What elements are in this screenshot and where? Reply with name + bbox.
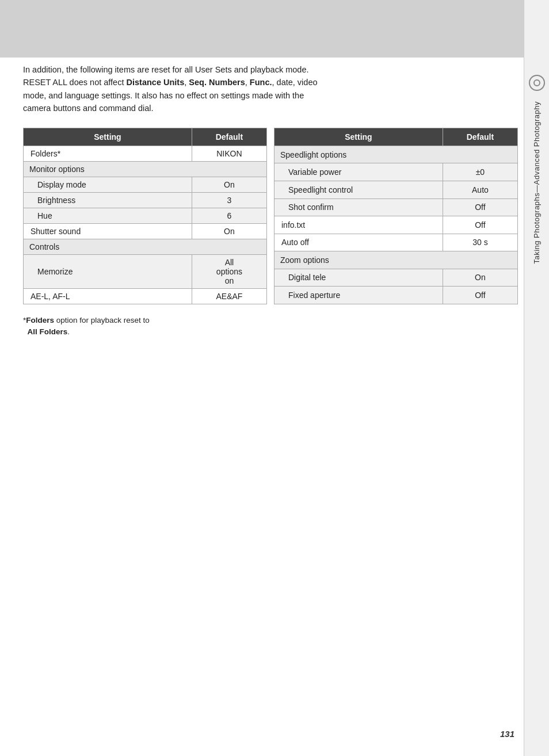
right-header-default: Default [443,128,517,146]
table-row: Speedlight options [274,146,518,163]
setting-speedlight-control: Speedlight control [274,181,443,198]
footnote: *Folders option for playback reset to Al… [23,315,518,338]
setting-shot-confirm: Shot confirm [274,198,443,216]
table-row: Auto off 30 s [274,234,518,251]
setting-fixed-aperture: Fixed aperture [274,287,443,304]
right-settings-table: Setting Default Speedlight options Varia… [274,128,518,304]
intro-bold3: Func. [250,78,272,87]
default-ae-af: AE&AF [192,288,266,304]
footnote-period: . [67,327,70,336]
category-zoom: Zoom options [274,251,518,269]
default-infotxt: Off [443,216,517,234]
table-row: Shutter sound On [24,223,267,239]
default-display-mode: On [192,177,266,192]
default-folders: NIKON [192,146,266,161]
default-speedlight-control: Auto [443,181,517,198]
default-shot-confirm: Off [443,198,517,216]
default-auto-off: 30 s [443,234,517,251]
default-fixed-aperture: Off [443,287,517,304]
setting-display-mode: Display mode [24,177,192,192]
table-row: info.txt Off [274,216,518,234]
category-controls: Controls [24,239,267,254]
table-row: Zoom options [274,251,518,269]
table-row: Memorize Alloptionson [24,254,267,288]
setting-ae-af: AE-L, AF-L [24,288,192,304]
intro-paragraph: In addition, the following items are res… [23,63,518,115]
category-speedlight: Speedlight options [274,146,518,163]
setting-variable-power: Variable power [274,163,443,181]
intro-text1: In addition, the following items are res… [23,65,308,74]
main-content: In addition, the following items are res… [23,63,518,338]
table-row: Hue 6 [24,208,267,223]
tables-container: Setting Default Folders* NIKON Monitor o… [23,128,518,304]
setting-infotxt: info.txt [274,216,443,234]
table-row: Brightness 3 [24,192,267,208]
intro-bold1: Distance Units [127,78,185,87]
intro-bold2: Seq. Numbers [189,78,245,87]
table-row: Variable power ±0 [274,163,518,181]
table-row: Monitor options [24,161,267,177]
intro-text4: mode, and language settings. It also has… [23,91,304,100]
default-hue: 6 [192,208,266,223]
intro-text5: camera buttons and command dial. [23,104,154,113]
default-brightness: 3 [192,192,266,208]
table-row: Folders* NIKON [24,146,267,161]
intro-comma2: , [245,78,250,87]
setting-hue: Hue [24,208,192,223]
table-row: Display mode On [24,177,267,192]
footnote-bold1: Folders [26,316,54,324]
category-monitor: Monitor options [24,161,267,177]
footnote-bold2: All Folders [28,327,68,336]
table-row: Shot confirm Off [274,198,518,216]
default-variable-power: ±0 [443,163,517,181]
left-settings-table: Setting Default Folders* NIKON Monitor o… [23,128,267,304]
sidebar-circle-icon [529,75,545,91]
table-row: Fixed aperture Off [274,287,518,304]
table-row: Speedlight control Auto [274,181,518,198]
setting-shutter-sound: Shutter sound [24,223,192,239]
default-shutter-sound: On [192,223,266,239]
setting-memorize: Memorize [24,254,192,288]
page-number: 131 [500,729,514,739]
setting-brightness: Brightness [24,192,192,208]
table-row: Digital tele On [274,269,518,287]
default-digital-tele: On [443,269,517,287]
top-bar [0,0,524,58]
setting-auto-off: Auto off [274,234,443,251]
right-sidebar: Taking Photographs—Advanced Photography [524,0,549,756]
sidebar-label: Taking Photographs—Advanced Photography [532,101,541,264]
intro-text3: , date, video [272,78,318,87]
default-memorize: Alloptionson [192,254,266,288]
table-row: Controls [24,239,267,254]
left-header-default: Default [192,128,266,146]
intro-text2: RESET ALL does not affect [23,78,127,87]
footnote-text1: option for playback reset to [54,316,150,324]
setting-folders: Folders* [24,146,192,161]
right-header-setting: Setting [274,128,443,146]
sidebar-circle-inner [533,79,540,86]
left-header-setting: Setting [24,128,192,146]
table-row: AE-L, AF-L AE&AF [24,288,267,304]
setting-digital-tele: Digital tele [274,269,443,287]
